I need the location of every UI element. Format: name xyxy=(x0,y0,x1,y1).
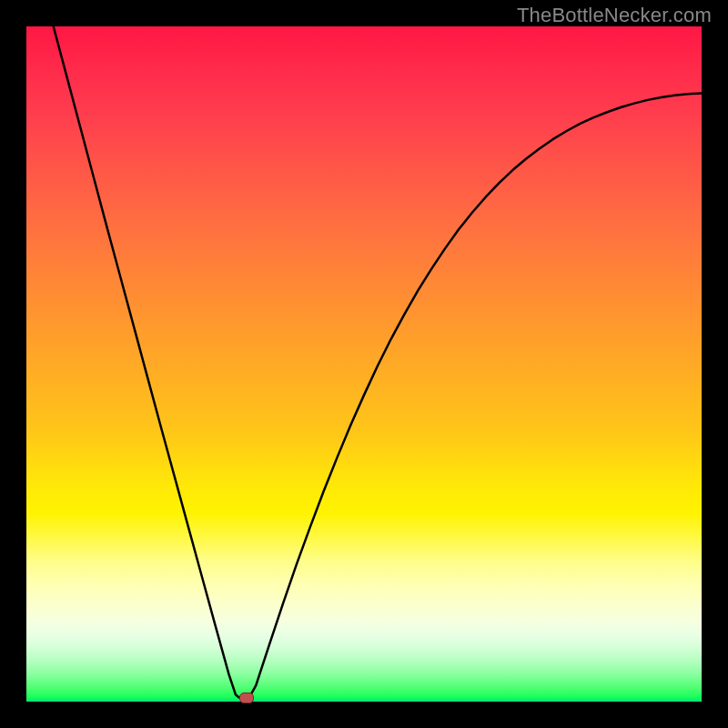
watermark-label: TheBottleNecker.com xyxy=(517,4,712,27)
chart-stage: TheBottleNecker.com xyxy=(0,0,728,728)
plot-area xyxy=(26,26,702,702)
min-marker xyxy=(239,693,254,703)
bottleneck-curve xyxy=(26,26,702,702)
